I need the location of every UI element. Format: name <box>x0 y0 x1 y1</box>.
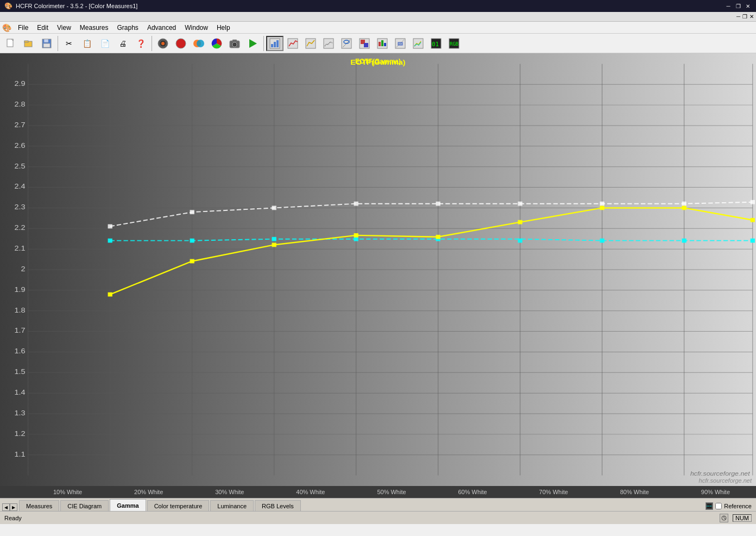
chart-watermark: hcfr.sourceforge.net <box>699 477 752 484</box>
toolbar-measure-target[interactable] <box>154 36 172 51</box>
tab-luminance[interactable]: Luminance <box>210 500 254 511</box>
toolbar-view-1[interactable] <box>266 36 284 51</box>
svg-rect-117 <box>682 206 686 210</box>
tab-scroll-left[interactable]: ◀ <box>2 503 10 511</box>
inner-close-button[interactable]: ✕ <box>749 14 754 20</box>
toolbar-view-7[interactable] <box>374 36 391 51</box>
toolbar-view-5[interactable] <box>338 36 355 51</box>
toolbar-copy[interactable]: 📋 <box>78 36 96 51</box>
svg-rect-19 <box>271 44 273 47</box>
tab-cie[interactable]: CIE Diagram <box>60 500 109 511</box>
titlebar-left: 🎨 HCFR Colorimeter - 3.5.2 - [Color Meas… <box>4 2 137 10</box>
menu-file[interactable]: File <box>14 22 33 34</box>
svg-rect-97 <box>518 202 522 206</box>
x-label-70: 70% White <box>513 489 594 495</box>
svg-rect-96 <box>436 202 440 206</box>
toolbar-new[interactable] <box>2 36 20 51</box>
toolbar-cut[interactable]: ✂ <box>60 36 78 51</box>
svg-rect-30 <box>364 43 368 47</box>
svg-text:2.6: 2.6 <box>14 141 25 149</box>
svg-rect-94 <box>272 206 276 210</box>
chart-area[interactable]: EOTF(Gamma) hcfr.sourceforge.net <box>0 53 756 486</box>
toolbar: ✂ 📋 📄 🖨 ❓ <box>0 34 756 53</box>
toolbar-color-mix[interactable] <box>190 36 207 51</box>
toolbar-play[interactable] <box>244 36 261 51</box>
svg-point-11 <box>197 40 204 47</box>
app-menu-icon: 🎨 <box>2 23 11 32</box>
tab-rgb-levels[interactable]: RGB Levels <box>255 500 301 511</box>
toolbar-camera[interactable] <box>226 36 243 51</box>
toolbar-color-wheel[interactable] <box>208 36 225 51</box>
svg-text:1.5: 1.5 <box>14 367 25 376</box>
svg-rect-95 <box>354 202 358 206</box>
close-button[interactable]: ✕ <box>744 2 752 10</box>
tab-scroll-right[interactable]: ▶ <box>10 503 17 511</box>
svg-text:01: 01 <box>432 41 439 48</box>
restore-button[interactable]: ❐ <box>734 2 742 10</box>
svg-point-9 <box>176 39 186 48</box>
toolbar-view-9[interactable] <box>410 36 427 51</box>
svg-rect-110 <box>108 292 112 297</box>
x-label-40: 40% White <box>270 489 351 495</box>
svg-text:hcfr.sourceforge.net: hcfr.sourceforge.net <box>690 470 750 477</box>
svg-rect-114 <box>436 235 440 239</box>
tab-color-temp[interactable]: Color temperature <box>147 500 210 511</box>
reference-label: Reference <box>724 503 752 509</box>
toolbar-view-6[interactable] <box>356 36 373 51</box>
svg-rect-32 <box>379 42 381 46</box>
svg-text:2.3: 2.3 <box>14 203 25 211</box>
svg-text:1.3: 1.3 <box>14 408 25 416</box>
menu-edit[interactable]: Edit <box>33 22 53 34</box>
chart-wrapper: EOTF(Gamma) hcfr.sourceforge.net <box>0 53 756 498</box>
menu-view[interactable]: View <box>53 22 75 34</box>
menu-measures[interactable]: Measures <box>75 22 113 34</box>
svg-rect-0 <box>7 39 13 47</box>
tabs-bar: ◀ ▶ Measures CIE Diagram Gamma Color tem… <box>0 498 756 511</box>
toolbar-view-8[interactable] <box>392 36 409 51</box>
toolbar-view-3[interactable] <box>302 36 319 51</box>
menu-advanced[interactable]: Advanced <box>143 22 180 34</box>
toolbar-view-2[interactable] <box>284 36 301 51</box>
toolbar-open[interactable] <box>20 36 37 51</box>
svg-rect-21 <box>276 40 279 47</box>
svg-rect-5 <box>43 43 50 47</box>
svg-rect-109 <box>751 239 755 243</box>
svg-text:1.2: 1.2 <box>14 429 25 437</box>
svg-text:1.1: 1.1 <box>14 450 25 458</box>
minimize-button[interactable]: ─ <box>724 2 732 10</box>
toolbar-view-10[interactable]: 01 <box>427 36 445 51</box>
menubar: 🎨 File Edit View Measures Graphs Advance… <box>0 22 756 34</box>
svg-rect-92 <box>108 225 112 229</box>
svg-text:2.2: 2.2 <box>14 223 25 232</box>
tab-gamma[interactable]: Gamma <box>110 499 146 511</box>
toolbar-print[interactable]: 🖨 <box>114 36 131 51</box>
svg-rect-111 <box>190 259 194 264</box>
x-label-90: 90% White <box>675 489 756 495</box>
tab-measures[interactable]: Measures <box>19 500 59 511</box>
toolbar-color-red[interactable] <box>172 36 190 51</box>
toolbar-paste[interactable]: 📄 <box>96 36 114 51</box>
x-label-20: 20% White <box>108 489 189 495</box>
svg-text:1.8: 1.8 <box>14 306 25 314</box>
toolbar-help[interactable]: ❓ <box>132 36 149 51</box>
x-label-60: 60% White <box>432 489 513 495</box>
svg-text:2.9: 2.9 <box>14 79 25 88</box>
svg-rect-34 <box>384 43 386 46</box>
toolbar-view-4[interactable] <box>320 36 337 51</box>
inner-minimize-button[interactable]: ─ <box>736 14 740 20</box>
status-text: Ready <box>4 515 22 521</box>
toolbar-sep-1 <box>58 36 58 51</box>
inner-restore-button[interactable]: ❐ <box>742 14 747 20</box>
menu-window[interactable]: Window <box>180 22 212 34</box>
menu-help[interactable]: Help <box>212 22 235 34</box>
toolbar-view-11[interactable]: RGB <box>445 36 463 51</box>
toolbar-save[interactable] <box>38 36 55 51</box>
menu-graphs[interactable]: Graphs <box>113 22 143 34</box>
num-indicator: NUM <box>733 514 752 522</box>
svg-rect-118 <box>751 218 755 222</box>
svg-marker-17 <box>249 39 257 48</box>
reference-checkbox[interactable] <box>715 503 722 509</box>
svg-text:2.5: 2.5 <box>14 161 25 170</box>
svg-rect-100 <box>751 200 755 204</box>
svg-text:1.9: 1.9 <box>14 285 25 293</box>
